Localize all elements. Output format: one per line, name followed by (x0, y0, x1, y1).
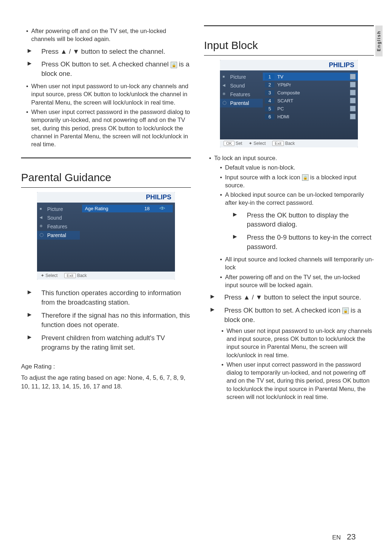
tv-nav-parental: ◯Parental (37, 231, 80, 240)
note-realtime-input-2: When user input correct password in the … (221, 360, 374, 401)
arrow-select-input: Press ▲ / ▼ button to select the input s… (211, 293, 374, 302)
lock-icon-desc: Input source with a lock icon is a block… (220, 173, 374, 190)
section-input-block-title: Input Block (204, 36, 374, 52)
picture-icon: ■ (222, 74, 227, 79)
section-parental-guidance-title: Parental Guidance (21, 168, 191, 184)
lock-input-bullet: To lock an input source. Default value i… (209, 154, 374, 289)
checkbox-icon (350, 90, 356, 95)
checkbox-icon (350, 106, 356, 111)
arrow-press-ok-dialog: Press the OK button to display the passw… (233, 211, 374, 229)
note-realtime-input-1: When user not input password to un-lock … (221, 327, 374, 359)
parental-icon: ◯ (40, 233, 44, 237)
age-rating-row: Age Rating 18 ◁▷ (82, 205, 173, 212)
tv-nav-sound: ◀Sound (220, 81, 263, 90)
tv-footer: OK Set ✦ Select Exit Back (220, 139, 358, 147)
tv-menu-input-block: PHILIPS ■Picture ◀Sound ✻Features ◯Paren… (220, 60, 358, 147)
age-rating-heading: Age Rating : (21, 362, 191, 371)
tv-nav-features: ✻Features (220, 90, 263, 99)
tv-input-row: 4SCART (263, 97, 358, 105)
tv-nav-parental: ◯Parental (220, 99, 263, 107)
right-column: Input Block PHILIPS ■Picture ◀Sound ✻Fea… (204, 25, 374, 404)
lock-icon (302, 174, 309, 181)
arrow-press-ok-text-a: Press OK button to set. A checked channe… (41, 60, 171, 68)
tv-brand: PHILIPS (37, 192, 175, 203)
features-icon: ✻ (222, 92, 227, 96)
checkbox-icon (350, 82, 356, 87)
language-side-tab: English (375, 25, 383, 56)
picture-icon: ■ (40, 207, 44, 211)
tv-nav-sound: ◀Sound (37, 213, 80, 222)
arrow-select-channel: Press ▲ / ▼ button to select the channel… (28, 47, 191, 56)
tv-nav-picture: ■Picture (37, 205, 80, 213)
parental-icon: ◯ (222, 101, 227, 105)
tv-input-row: 3Composite (263, 89, 358, 97)
note-realtime-1: When user not input password to un-lock … (26, 82, 191, 106)
features-icon: ✻ (40, 224, 44, 228)
lock-icon (342, 307, 349, 314)
age-rating-label: Age Rating (85, 206, 139, 211)
note-realtime-2: When user input correct password in the … (26, 108, 191, 148)
arrow-press-ok-input: Press OK button to set. A checked icon i… (211, 306, 374, 401)
age-rating-value: 18 (139, 206, 155, 211)
default-nonblock: Default value is non-block. (220, 163, 374, 171)
all-unlock: All input source and locked channels wil… (220, 255, 374, 272)
arrow-press-digits: Press the 0-9 buttons to key-in the corr… (233, 233, 374, 252)
tv-menu-parental: PHILIPS ■Picture ◀Sound ✻Features ◯Paren… (37, 192, 175, 280)
blocked-unlock-desc: A blocked input source can be un-locked … (220, 191, 374, 207)
age-rating-arrows: ◁▷ (155, 206, 170, 211)
left-column: After powering off and on the TV set, th… (21, 25, 191, 404)
section-rule (204, 25, 374, 26)
arrow-press-ok-channel: Press OK button to set. A checked channe… (28, 60, 191, 78)
tv-input-row: 6HDMI (263, 113, 358, 121)
tv-brand: PHILIPS (220, 60, 358, 70)
sound-icon: ◀ (222, 83, 227, 87)
tv-nav-features: ✻Features (37, 222, 80, 231)
relock-after-power: After powering off and on the TV set, th… (220, 273, 374, 289)
page-content: After powering off and on the TV set, th… (0, 0, 392, 419)
footer-page-number: 23 (347, 532, 356, 541)
footer-lang: EN (332, 534, 341, 541)
checkbox-icon (350, 98, 356, 103)
checkbox-icon (350, 114, 356, 119)
tv-input-row: 1TV (263, 73, 358, 81)
section-rule (21, 158, 191, 158)
tv-nav: ■Picture ◀Sound ✻Features ◯Parental (220, 70, 263, 139)
tv-nav: ■Picture ◀Sound ✻Features ◯Parental (37, 203, 80, 272)
tv-input-row: 5PC (263, 105, 358, 113)
pg-arrow-prevent: Prevent children from watching adult's T… (28, 333, 191, 352)
lock-icon (171, 62, 177, 68)
checkbox-icon (350, 74, 356, 80)
tv-footer: ✦ Select Exit Back (37, 272, 175, 280)
tv-input-row: 2YPbPr (263, 81, 358, 89)
pg-arrow-no-signal: Therefore if the signal has no this info… (28, 311, 191, 330)
tv-nav-picture: ■Picture (220, 73, 263, 81)
intro-bullet: After powering off and on the TV set, th… (26, 27, 191, 43)
pg-arrow-info: This function operates according to info… (28, 288, 191, 307)
page-footer: EN 23 (332, 532, 356, 542)
sound-icon: ◀ (40, 215, 44, 220)
age-rating-desc: To adjust the age rating based on age: N… (21, 374, 191, 391)
